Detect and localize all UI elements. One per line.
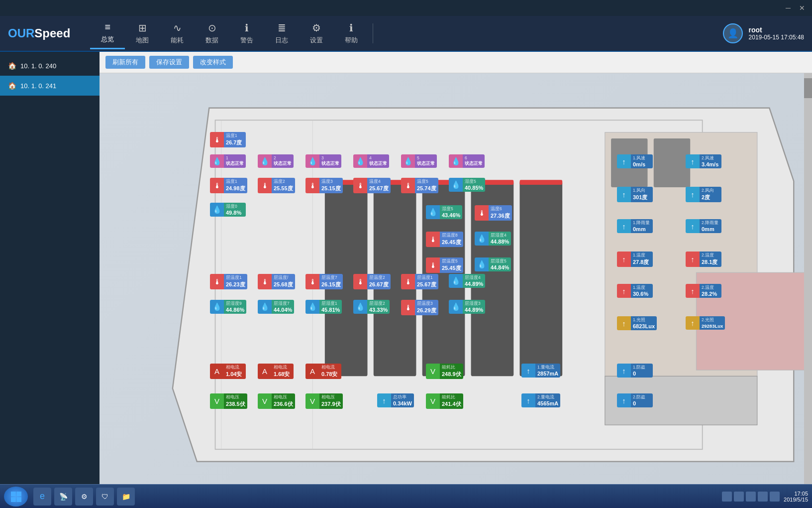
toolbar: 刷新所有 保存设置 改变样式 [100,52,812,73]
clock-time: 17:05 [784,491,808,497]
sensor-temp1[interactable]: 🌡 温度1 26.7度 [210,132,246,147]
sensor-itemp1[interactable]: ↑ 1.温度 27.8度 [617,252,653,267]
sensor-temp7[interactable]: 🌡 温度6 27.36度 [475,205,512,221]
main-content: 刷新所有 保存设置 改变样式 [100,52,812,484]
tray-icon-3 [746,492,756,502]
sensor-wind2[interactable]: ↑ 2.风速 3.4m/s [686,154,721,168]
sensor-temp5[interactable]: 🌡 温度4 25.67度 [353,178,391,193]
sensor-rh9[interactable]: 💧 层湿度9 44.86% [210,300,246,314]
sensor-volt2[interactable]: V 相电压 238.5伏 [210,393,247,409]
nav-log-icon: ≣ [278,22,286,34]
sensor-rh5[interactable]: 💧 层湿度5 44.84% [475,257,511,271]
nav-map-label: 地图 [136,36,149,45]
sensor-fire2[interactable]: ↑ 2.防盗 0 [617,393,653,407]
home-icon-0: 🏠 [8,62,16,70]
sensor-volt1[interactable]: V 能耗比 248.9伏 [426,364,463,379]
sensor-rh4[interactable]: 💧 层湿度4 44.88% [475,232,511,246]
sensor-temp3[interactable]: 🌡 温度2 25.55度 [258,178,295,193]
sensor-status1[interactable]: 💧 1 状态正常 [210,154,246,168]
sensor-rh03[interactable]: 💧 层湿度3 44.89% [449,300,485,314]
taskbar-shield[interactable]: 🛡 [96,488,114,506]
sensor-itemp3[interactable]: ↑ 1.温度 30.6% [617,284,653,298]
sensor-curr1[interactable]: ↑ 1.量电流 2857mA [521,364,560,378]
sensor-rain2[interactable]: ↑ 2.降雨量 0mm [686,219,721,233]
sensor-temp4[interactable]: 🌡 温度3 25.15度 [305,178,343,193]
sensor-status6[interactable]: 💧 6 状态正常 [449,154,485,168]
nav-alarm[interactable]: ℹ 警告 [229,18,264,49]
sensor-rt8[interactable]: 🌡 层温度5 25.45度 [426,257,463,273]
sensor-volt4[interactable]: V 相电压 237.9伏 [305,393,343,409]
taskbar-ie[interactable]: e [33,488,51,506]
scrollbar-thumb[interactable] [804,78,812,98]
username: root [749,26,804,34]
sensor-lux2[interactable]: ↑ 2.光照 29283Lux [686,316,725,330]
sensor-rt1[interactable]: 🌡 层温度1 26.23度 [210,274,247,289]
sensor-cur3[interactable]: A 相电流 0.78安 [305,364,341,379]
sensor-rain1[interactable]: ↑ 1.降雨量 0mm [617,219,653,233]
sensor-hum2[interactable]: 💧 湿度5 43.46% [426,205,462,219]
sensor-pow1[interactable]: ↑ 总功率 0.34kW [377,393,414,407]
scrollbar-vertical[interactable] [804,73,812,484]
sensor-wind3[interactable]: ↑ 1.风向 301度 [617,187,653,202]
sensor-itemp4[interactable]: ↑ 2.温度 28.2% [686,284,721,298]
sensor-curr2[interactable]: ↑ 2.量电流 4565mA [521,393,560,407]
sensor-volt5[interactable]: V 能耗比 241.4伏 [426,393,463,409]
taskbar-folder[interactable]: 📁 [117,488,135,506]
svg-rect-22 [16,497,21,502]
taskbar-app1[interactable]: ⚙ [75,488,93,506]
sensor-status2[interactable]: 💧 2 状态正常 [258,154,294,168]
sensor-status4[interactable]: 💧 4 状态正常 [353,154,389,168]
user-info: root 2019-05-15 17:05:48 [749,26,804,41]
refresh-button[interactable]: 刷新所有 [105,56,145,69]
sensor-rt5[interactable]: 🌡 层温度1 25.67度 [401,274,438,289]
nav-data[interactable]: ⊙ 数据 [195,18,229,49]
nav-energy[interactable]: ∿ 能耗 [160,18,195,49]
sensor-rt2[interactable]: 🌡 层温度/ 25.68度 [258,274,295,289]
sensor-temp6[interactable]: 🌡 温度5 25.74度 [401,178,438,193]
sensor-rt3[interactable]: 🌡 层温度7 26.15度 [305,274,343,289]
save-button[interactable]: 保存设置 [149,56,189,69]
nav-settings-label: 设置 [310,36,323,45]
sensor-wind1[interactable]: ↑ 1.风速 0m/s [617,154,653,168]
close-button[interactable]: ✕ [796,3,808,12]
sensor-status5[interactable]: 💧 5 状态正常 [401,154,437,168]
taskbar: e 📡 ⚙ 🛡 📁 17:05 2019/5/15 [0,484,812,508]
sensor-itemp2[interactable]: ↑ 2.温度 28.1度 [686,252,721,267]
sensor-rh02[interactable]: 💧 层湿度2 43.33% [353,300,390,314]
sidebar-label-0: 10. 1. 0. 240 [20,62,56,70]
sensor-cur1[interactable]: A 相电流 1.04安 [210,364,246,379]
sensor-rh1[interactable]: 💧 层湿度4 44.89% [449,274,485,288]
logo-our: OUR [8,26,34,40]
sensor-temp2[interactable]: 🌡 温度1 24.98度 [210,178,247,193]
start-button[interactable] [4,487,28,507]
sensor-volt3[interactable]: V 相电压 236.6伏 [258,393,295,409]
sensor-fire1[interactable]: ↑ 1.防盗 0 [617,364,653,378]
system-tray [722,492,780,502]
sidebar-item-0[interactable]: 🏠 10. 1. 0. 240 [0,56,100,76]
sensor-rt4[interactable]: 🌡 层温度2 26.67度 [353,274,391,289]
nav-log[interactable]: ≣ 日志 [264,18,299,49]
sensor-wind4[interactable]: ↑ 2.风向 2度 [686,187,721,202]
nav-map-icon: ⊞ [138,22,147,34]
svg-rect-11 [520,180,563,185]
sidebar-item-1[interactable]: 🏠 10. 1. 0. 241 [0,76,100,96]
nav-overview[interactable]: ≡ 总览 [90,17,125,49]
nav-alarm-icon: ℹ [245,22,249,34]
sensor-lux1[interactable]: ↑ 1.光照 6823Lux [617,316,657,330]
sensor-rh7[interactable]: 💧 层湿度7 44.04% [258,300,294,314]
tray-icon-4 [758,492,768,502]
taskbar-teamviewer[interactable]: 📡 [54,488,72,506]
sensor-status3[interactable]: 💧 3 状态正常 [305,154,341,168]
minimize-button[interactable]: ─ [782,3,794,12]
sensor-hum1[interactable]: 💧 湿度5 40.85% [449,178,485,192]
nav-settings[interactable]: ⚙ 设置 [299,18,334,49]
sensor-rt7[interactable]: 🌡 层温度8 26.45度 [426,232,463,247]
sensor-cur2[interactable]: A 相电流 1.68安 [258,364,294,379]
style-button[interactable]: 改变样式 [193,56,233,69]
sensor-hum0[interactable]: 💧 湿度0 49.8% [210,203,246,217]
windows-icon [10,491,22,503]
nav-map[interactable]: ⊞ 地图 [125,18,160,49]
sensor-rt6[interactable]: 🌡 层温度3 26.29度 [401,300,438,315]
nav-help[interactable]: ℹ 帮助 [334,18,369,49]
sensor-rh01[interactable]: 💧 层湿度1 45.81% [305,300,342,314]
